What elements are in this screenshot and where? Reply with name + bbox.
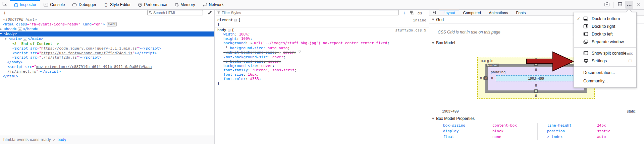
markup-token: ": [137, 46, 139, 51]
colon: :: [263, 59, 268, 64]
markup-line[interactable]: <html class="fa-events-icons-ready" lang…: [0, 22, 214, 27]
markup-token: class: [16, 22, 27, 26]
markup-line[interactable]: <!DOCTYPE html>: [0, 17, 214, 22]
filter-icon: [217, 11, 220, 15]
box-model-property-row[interactable]: floatnone: [443, 134, 530, 140]
markup-line[interactable]: ▼<body>: [0, 31, 214, 37]
pseudo-class-button[interactable]: [409, 10, 415, 16]
css-declaration[interactable]: -o-background-size: cover;: [215, 59, 429, 64]
css-declaration[interactable]: background-size: cover;: [215, 64, 429, 68]
menu-separator: [574, 47, 636, 48]
rule-selector-line[interactable]: element{inline: [215, 18, 429, 22]
markup-line[interactable]: <script src="https://code.jquery.com/jqu…: [0, 46, 214, 51]
breadcrumb-current[interactable]: body: [57, 137, 66, 142]
css-declaration[interactable]: -moz-background-size: cover;: [215, 55, 429, 59]
menu-item-dock-to-left[interactable]: Dock to left: [574, 30, 636, 38]
search-html-input[interactable]: Search HTML: [147, 10, 203, 15]
markup-line[interactable]: <script src="moz-extension://c887914b-d6…: [0, 65, 214, 69]
box-model-property-row[interactable]: box-sizingcontent-box: [443, 123, 530, 128]
collapsed-ellipsis-chip[interactable]: …: [23, 37, 27, 41]
collapsed-ellipsis-chip[interactable]: …: [18, 27, 22, 31]
css-declaration[interactable]: width: 100%;: [215, 32, 429, 37]
sidebar-tab-fonts[interactable]: Fonts: [512, 10, 530, 15]
event-badge[interactable]: event: [107, 22, 117, 26]
property-name: box-sizing: [443, 123, 492, 128]
box-model-content-region[interactable]: 1903×499: [496, 75, 576, 81]
markup-line[interactable]: </html>: [0, 74, 214, 79]
tab-label: Memory: [180, 2, 195, 7]
font-link[interactable]: Heebo: [255, 68, 266, 72]
box-model-property-row[interactable]: displayblock: [443, 128, 530, 134]
box-model-property-row[interactable]: line-height24px: [547, 123, 634, 128]
sidebar-tab-animations[interactable]: Animations: [485, 10, 512, 15]
menu-item-documentation[interactable]: Documentation...: [574, 68, 636, 77]
markup-line[interactable]: <!--End of Content-->: [0, 42, 214, 46]
sidebar-tab-computed[interactable]: Computed: [459, 10, 485, 15]
css-declaration[interactable]: -webkit-background-size: ▶ cover;: [215, 50, 429, 55]
margin-left-value[interactable]: 8: [480, 76, 482, 80]
close-icon: [637, 2, 641, 8]
add-rule-button[interactable]: +: [401, 10, 407, 16]
sidebar-tab-layout[interactable]: Layout: [439, 10, 459, 15]
dock-toggle-button[interactable]: [616, 1, 624, 9]
markup-line[interactable]: </body>: [0, 60, 214, 65]
css-declaration[interactable]: background: ▶ url('../images/stuff_bkg.j…: [215, 41, 429, 46]
tab-performance[interactable]: Performance: [134, 0, 171, 9]
element-picker-button[interactable]: [0, 0, 10, 9]
tab-debugger[interactable]: Debugger: [68, 0, 100, 9]
css-declaration[interactable]: └ background-size: auto auto;: [215, 46, 429, 50]
selector-highlighter-icon[interactable]: [228, 29, 230, 31]
menu-item-settings[interactable]: SettingsF1: [574, 57, 636, 65]
twisty-closed-icon[interactable]: ▶: [0, 27, 4, 32]
sidebar-expand-button[interactable]: [429, 10, 439, 15]
menu-item-dock-to-bottom[interactable]: ✓Dock to bottom: [574, 15, 636, 22]
markup-line[interactable]: <script src="./js/stuff2do.js"></script>: [0, 55, 214, 60]
filter-styles-input[interactable]: Filter Styles: [216, 10, 399, 15]
property-name: font-size: [223, 72, 244, 77]
menu-item-community[interactable]: Community...: [574, 77, 636, 85]
rule-source-link[interactable]: inline: [413, 18, 426, 22]
css-declaration[interactable]: font-color: #333;: [215, 77, 429, 81]
screenshot-button[interactable]: [603, 1, 611, 9]
close-devtools-button[interactable]: [635, 1, 643, 9]
border-bottom-value[interactable]: 0: [534, 89, 538, 93]
border-left-value[interactable]: 0: [483, 76, 488, 80]
menu-item-dock-to-right[interactable]: Dock to right: [574, 22, 636, 30]
breadcrumb-path[interactable]: html.fa-events-icons-ready: [3, 137, 51, 142]
rule-selector: body: [217, 28, 226, 32]
tab-memory[interactable]: Memory: [171, 0, 199, 9]
padding-left-value[interactable]: 0: [491, 76, 493, 80]
markup-line[interactable]: /js/inject.js"></script>: [0, 69, 214, 74]
box-model-property-row[interactable]: z-indexauto: [547, 134, 634, 140]
rule-selector-line[interactable]: body{stuff2do.css:9: [215, 28, 429, 32]
markup-line[interactable]: <script src="https://use.fontawesome.com…: [0, 51, 214, 56]
markup-line[interactable]: ▶<main>…</main>: [0, 37, 214, 42]
eyedropper-button[interactable]: [207, 10, 213, 16]
twisty-open-icon[interactable]: ▼: [0, 32, 4, 37]
padding-bottom-value[interactable]: 0: [535, 84, 537, 87]
css-declaration[interactable]: font-family: 'Heebo', sans-serif;: [215, 68, 429, 72]
selector-highlighter-icon[interactable]: [234, 19, 237, 21]
css-declaration[interactable]: font-size: 16px;: [215, 72, 429, 77]
markup-token: src: [30, 55, 37, 60]
twisty-closed-icon[interactable]: ▶: [5, 37, 9, 42]
box-model-property-row[interactable]: positionstatic: [547, 128, 634, 134]
value-expander-icon[interactable]: ▶: [251, 41, 253, 46]
margin-bottom-value[interactable]: 8: [535, 94, 537, 98]
value-expander-icon[interactable]: ▶: [280, 51, 282, 55]
tab-network[interactable]: Network: [199, 0, 227, 9]
menu-item-separate-window[interactable]: Separate window: [574, 38, 636, 46]
tab-style-editor[interactable]: {}Style Editor: [100, 0, 134, 9]
padding-label: padding: [491, 70, 505, 74]
tab-inspector[interactable]: Inspector: [10, 0, 40, 9]
tab-console[interactable]: Console: [40, 0, 68, 9]
add-node-button[interactable]: +: [2, 10, 7, 16]
menu-item-show-split-console[interactable]: Show split consoleEsc: [574, 49, 636, 57]
dock-bottom-icon: [618, 2, 622, 8]
box-model-properties-header[interactable]: ▼ Box Model Properties: [429, 115, 644, 122]
meatball-menu-button[interactable]: [625, 1, 633, 9]
markup-line[interactable]: ▶<head>…</head>: [0, 27, 214, 32]
css-declaration[interactable]: height: 100%;: [215, 37, 429, 41]
rule-source-link[interactable]: stuff2do.css:9: [395, 28, 426, 32]
class-panel-button[interactable]: .cls: [417, 10, 422, 16]
